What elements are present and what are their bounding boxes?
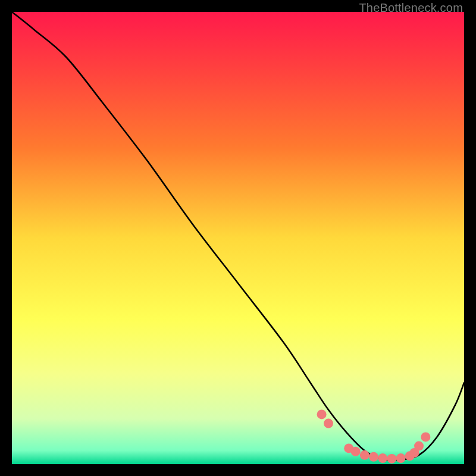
chart-svg <box>12 12 464 464</box>
curve-marker <box>317 409 327 419</box>
watermark-text: TheBottleneck.com <box>359 1 463 15</box>
chart-frame <box>12 12 464 464</box>
curve-marker <box>421 432 430 441</box>
curve-marker <box>351 447 361 456</box>
curve-marker <box>360 450 369 460</box>
curve-marker <box>378 453 387 463</box>
curve-marker <box>414 441 424 451</box>
curve-marker <box>324 419 333 428</box>
curve-marker <box>369 452 378 462</box>
curve-marker <box>387 454 396 464</box>
curve-marker <box>396 453 406 463</box>
chart-background <box>12 12 464 464</box>
